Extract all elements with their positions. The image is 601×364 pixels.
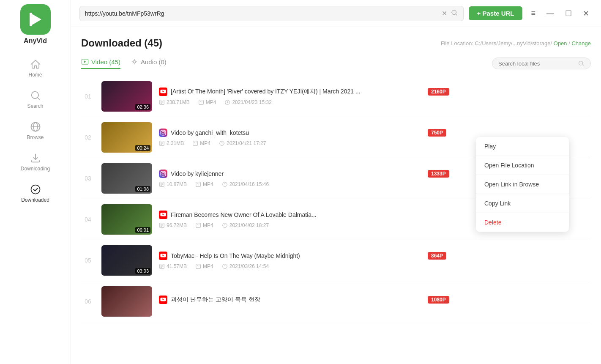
main-area: ✕ + Paste URL ≡ — ☐ ✕ Downloaded (45) Fi… [71, 0, 601, 364]
file-format: MP4 [198, 99, 216, 105]
item-title-row: [Artist Of The Month] 'River' covered by… [159, 88, 591, 96]
minimize-button[interactable]: — [543, 7, 557, 19]
browse-icon [30, 121, 41, 133]
sidebar-item-downloading[interactable]: Downloading [0, 147, 71, 177]
search-icon [30, 90, 41, 101]
item-info: TobyMac - Help Is On The Way (Maybe Midn… [159, 252, 591, 269]
search-local [492, 57, 591, 69]
downloaded-icon [30, 183, 41, 195]
context-menu-delete[interactable]: Delete [476, 213, 569, 232]
item-title: 괴성이 난무하는 고양이 목욕 현장 [171, 296, 424, 304]
search-local-input[interactable] [498, 60, 574, 67]
paste-url-button[interactable]: + Paste URL [469, 6, 523, 20]
svg-point-6 [31, 185, 40, 194]
separator: / [568, 40, 570, 47]
file-size: 238.71MB [159, 99, 190, 105]
item-number: 04 [81, 216, 95, 223]
svg-rect-2 [30, 13, 32, 26]
menu-button[interactable]: ≡ [527, 7, 539, 19]
video-item[interactable]: 06 괴성이 난무하는 고양이 목욕 현장 1080P [81, 281, 591, 322]
url-input[interactable] [85, 10, 438, 17]
item-number: 02 [81, 134, 95, 141]
url-bar: ✕ [79, 6, 464, 21]
context-menu-open-file-location[interactable]: Open File Location [476, 156, 569, 175]
sidebar-item-home[interactable]: Home [0, 53, 71, 83]
app-logo [20, 4, 51, 35]
file-format: MP4 [195, 181, 213, 187]
sidebar-item-downloaded[interactable]: Downloaded [0, 178, 71, 208]
file-location-text: File Location: C:/Users/Jemy/...nyVid/st… [441, 40, 552, 47]
nav-items: Home Search Browse Downloading [0, 53, 71, 208]
file-date: 2021/04/02 18:27 [222, 222, 269, 228]
svg-point-22 [162, 172, 164, 175]
item-number: 03 [81, 175, 95, 182]
tab-video[interactable]: Video (45) [81, 58, 120, 69]
item-title: Video by kyliejenner [171, 170, 424, 177]
file-date: 2021/03/26 14:54 [222, 263, 269, 269]
url-search-icon[interactable] [451, 9, 458, 18]
item-title: TobyMac - Help Is On The Way (Maybe Midn… [171, 252, 424, 259]
video-thumbnail: 00:24 [101, 122, 152, 153]
tab-audio[interactable]: Audio (0) [131, 58, 167, 69]
content-header: Downloaded (45) File Location: C:/Users/… [81, 37, 591, 49]
video-duration: 03:03 [135, 268, 150, 274]
sidebar: AnyVid Home Search Browse [0, 0, 71, 364]
svg-point-10 [579, 61, 583, 65]
video-item[interactable]: 05 03:03 TobyMac - Help Is On The Way (M… [81, 240, 591, 281]
svg-point-3 [31, 92, 38, 99]
svg-point-9 [133, 60, 136, 63]
file-date: 2021/04/16 15:46 [222, 181, 269, 187]
sidebar-item-search[interactable]: Search [0, 85, 71, 114]
sidebar-label-downloading: Downloading [21, 166, 50, 172]
close-button[interactable]: ✕ [579, 7, 593, 20]
context-menu-play[interactable]: Play [476, 137, 569, 156]
item-meta: 238.71MB MP4 2021/04/23 15:32 [159, 99, 591, 105]
video-thumbnail: 02:36 [101, 81, 152, 112]
video-item[interactable]: 01 02:36 [Artist Of The Month] 'River' c… [81, 76, 591, 117]
quality-badge: 864P [428, 252, 446, 260]
content-area: Downloaded (45) File Location: C:/Users/… [71, 27, 601, 364]
sidebar-item-browse[interactable]: Browse [0, 116, 71, 145]
audio-tab-icon [131, 58, 138, 66]
file-size: 41.57MB [159, 263, 187, 269]
file-size: 2.31MB [159, 140, 184, 146]
video-thumbnail: 03:03 [101, 245, 152, 276]
app-name: AnyVid [24, 37, 47, 45]
change-location-link[interactable]: Change [571, 40, 591, 47]
file-format: MP4 [195, 263, 213, 269]
video-tab-label: Video (45) [91, 58, 120, 66]
quality-badge: 1080P [428, 296, 449, 304]
url-clear-icon[interactable]: ✕ [442, 9, 447, 17]
quality-badge: 1333P [428, 170, 449, 178]
video-thumbnail: 01:08 [101, 163, 152, 194]
youtube-icon [159, 88, 167, 96]
file-size: 10.87MB [159, 181, 187, 187]
svg-point-7 [452, 10, 456, 15]
file-format: MP4 [192, 140, 210, 146]
audio-tab-label: Audio (0) [141, 58, 167, 66]
video-duration: 00:24 [135, 145, 150, 151]
quality-badge: 2160P [428, 88, 449, 96]
quality-badge: 750P [428, 129, 446, 137]
item-meta: 41.57MB MP4 2021/03/26 14:54 [159, 263, 591, 269]
home-icon [30, 58, 41, 70]
item-number: 01 [81, 93, 95, 100]
context-menu-copy-link[interactable]: Copy Link [476, 194, 569, 213]
context-menu-open-link-in-browse[interactable]: Open Link in Browse [476, 175, 569, 194]
item-title-row: TobyMac - Help Is On The Way (Maybe Midn… [159, 252, 591, 260]
maximize-button[interactable]: ☐ [562, 7, 575, 20]
item-info: [Artist Of The Month] 'River' covered by… [159, 88, 591, 105]
sidebar-label-home: Home [28, 72, 42, 78]
video-thumbnail [101, 286, 152, 317]
svg-point-16 [162, 131, 164, 134]
item-title: Fireman Becomes New Owner Of A Lovable D… [171, 211, 424, 218]
open-location-link[interactable]: Open [554, 40, 567, 47]
file-format: MP4 [195, 222, 213, 228]
item-title: Video by ganchi_with_kotetsu [171, 129, 424, 136]
item-number: 05 [81, 257, 95, 264]
file-location: File Location: C:/Users/Jemy/...nyVid/st… [441, 40, 591, 47]
svg-point-17 [164, 131, 165, 132]
item-title-row: Video by ganchi_with_kotetsu 750P [159, 129, 591, 137]
tabs-bar: Video (45) Audio (0) [81, 57, 591, 69]
video-duration: 02:36 [135, 104, 150, 110]
